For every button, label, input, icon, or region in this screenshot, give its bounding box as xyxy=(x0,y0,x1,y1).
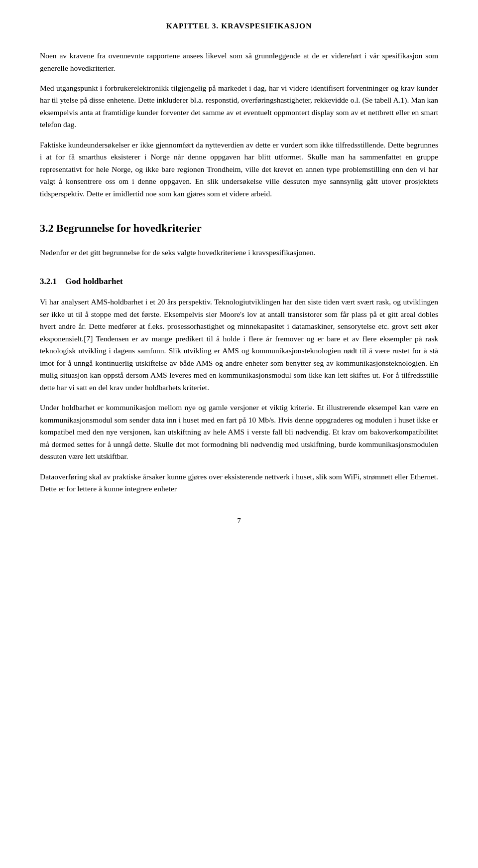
paragraph-2: Med utgangspunkt i forbrukerelektronikk … xyxy=(40,82,438,131)
section-3-2-1-p2: Under holdbarhet er kommunikasjon mellom… xyxy=(40,402,438,462)
section-3-2-title: Begrunnelse for hovedkriterier xyxy=(56,222,202,234)
chapter-title: KAPITTEL 3. KRAVSPESIFIKASJON xyxy=(166,21,312,30)
section-3-2-1-number: 3.2.1 xyxy=(40,277,57,286)
section-3-2-1-heading: 3.2.1 God holdbarhet xyxy=(40,275,438,288)
section-3-2-heading: 3.2 Begrunnelse for hovedkriterier xyxy=(40,220,438,237)
page: KAPITTEL 3. KRAVSPESIFIKASJON Noen av kr… xyxy=(0,0,478,868)
section-3-2-number: 3.2 xyxy=(40,222,54,234)
paragraph-1: Noen av kravene fra ovennevnte rapporten… xyxy=(40,50,438,74)
section-3-2-intro: Nedenfor er det gitt begrunnelse for de … xyxy=(40,247,438,259)
paragraph-3: Faktiske kundeundersøkelser er ikke gjen… xyxy=(40,139,438,200)
section-3-2-1-p1: Vi har analysert AMS-holdbarhet i et 20 … xyxy=(40,296,438,394)
page-number: 7 xyxy=(40,515,438,527)
chapter-header: KAPITTEL 3. KRAVSPESIFIKASJON xyxy=(40,20,438,32)
section-3-2-1-title: God holdbarhet xyxy=(65,277,123,286)
section-3-2-1-p3: Dataoverføring skal av praktiske årsaker… xyxy=(40,471,438,495)
